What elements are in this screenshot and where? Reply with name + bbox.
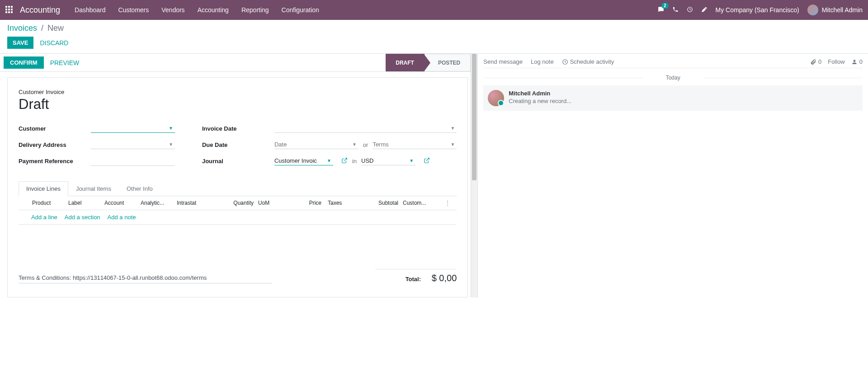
due-date-input[interactable] [274,141,350,148]
lines-header: Product Label Account Analytic... Intras… [19,196,457,210]
chevron-down-icon[interactable]: ▼ [407,158,415,163]
nav-customers[interactable]: Customers [118,6,149,14]
scrollbar-thumb[interactable] [472,54,476,180]
lines-body: Add a line Add a section Add a note [19,210,457,225]
lines-spacer [19,225,457,265]
chatter-date-separator: Today [483,75,863,81]
sheet-label: Customer Invoice [19,89,457,95]
col-label[interactable]: Label [68,200,104,206]
col-uom[interactable]: UoM [254,200,281,206]
chevron-down-icon[interactable]: ▼ [167,126,175,131]
journal-field[interactable]: Customer Invoic ▼ [274,156,333,165]
col-product[interactable]: Product [32,200,68,206]
or-text: or [363,141,368,148]
payment-terms-input[interactable] [373,141,448,148]
log-note-button[interactable]: Log note [531,58,554,65]
nav-vendors[interactable]: Vendors [161,6,184,14]
journal-value: Customer Invoic [274,157,325,164]
form-side: CONFIRM PREVIEW DRAFT POSTED Customer In… [0,54,471,297]
chevron-down-icon[interactable]: ▼ [448,126,457,131]
nav-right: 2 My Company (San Francisco) Mitchell Ad… [658,5,863,15]
in-text: in [352,158,357,165]
payment-reference-input[interactable] [91,156,175,166]
col-intrastat[interactable]: Intrastat [177,200,222,206]
optional-columns-icon[interactable]: ⋮ [443,200,452,206]
button-row: SAVE DISCARD [7,37,861,49]
phone-icon[interactable] [672,6,679,14]
chevron-down-icon[interactable]: ▼ [350,142,359,147]
currency-value: USD [361,157,407,164]
app-brand[interactable]: Accounting [20,5,60,15]
confirm-button[interactable]: CONFIRM [4,56,44,69]
discard-button[interactable]: DISCARD [40,39,68,47]
avatar-icon [488,90,504,106]
messages-badge: 2 [661,3,669,9]
tools-icon[interactable] [701,6,708,14]
currency-field[interactable]: USD ▼ [361,156,415,165]
follow-button[interactable]: Follow [828,58,845,65]
company-selector[interactable]: My Company (San Francisco) [716,6,799,14]
col-account[interactable]: Account [104,200,141,206]
preview-button[interactable]: PREVIEW [44,56,86,69]
customer-input[interactable] [91,125,167,132]
main-area: CONFIRM PREVIEW DRAFT POSTED Customer In… [0,53,868,297]
nav-reporting[interactable]: Reporting [241,6,269,14]
field-grid: Customer ▼ Delivery Address ▼ [19,122,457,171]
terms-input[interactable]: Terms & Conditions: https://13114067-15-… [19,273,272,283]
breadcrumb: Invoices / New [7,24,861,33]
schedule-activity-button[interactable]: Schedule activity [562,58,614,65]
field-col-right: Invoice Date ▼ Due Date ▼ [202,122,457,171]
chevron-down-icon[interactable]: ▼ [167,142,175,147]
followers-count[interactable]: 0 [851,58,863,65]
apps-icon[interactable] [5,6,14,14]
nav-dashboard[interactable]: Dashboard [75,6,106,14]
message-author[interactable]: Mitchell Admin [509,90,571,97]
stage-posted[interactable]: POSTED [425,54,471,71]
external-link-icon[interactable] [424,157,430,165]
messages-icon[interactable]: 2 [658,6,664,14]
send-message-button[interactable]: Send message [483,58,523,65]
add-line-link[interactable]: Add a line [31,214,57,221]
sheet-title: Draft [19,96,457,113]
user-name: Mitchell Admin [822,6,863,14]
add-section-link[interactable]: Add a section [65,214,100,221]
total-label: Total: [406,276,421,282]
statusbar: CONFIRM PREVIEW DRAFT POSTED [0,54,471,72]
nav-accounting[interactable]: Accounting [198,6,229,14]
tab-other-info[interactable]: Other Info [119,181,160,196]
clock-icon[interactable] [687,6,693,14]
attachments-count[interactable]: 0 [810,58,821,65]
label-journal: Journal [202,158,274,165]
chatter-message: Mitchell Admin Creating a new record... [483,85,863,111]
external-link-icon[interactable] [341,157,348,165]
col-customs[interactable]: Custom... [398,200,430,206]
nav-configuration[interactable]: Configuration [282,6,319,14]
col-taxes[interactable]: Taxes [321,200,358,206]
save-button[interactable]: SAVE [7,37,33,49]
col-price[interactable]: Price [281,200,321,206]
tab-invoice-lines[interactable]: Invoice Lines [19,181,68,196]
control-panel: Invoices / New SAVE DISCARD [0,20,868,49]
tab-journal-items[interactable]: Journal Items [68,181,119,196]
scrollbar[interactable] [471,54,477,297]
user-menu[interactable]: Mitchell Admin [807,5,863,15]
chevron-down-icon[interactable]: ▼ [325,158,333,163]
delivery-address-field[interactable]: ▼ [91,140,175,149]
col-subtotal[interactable]: Subtotal [358,200,398,206]
journal-group: Customer Invoic ▼ in USD ▼ [274,156,457,165]
invoice-date-field[interactable]: ▼ [274,124,457,133]
chevron-down-icon[interactable]: ▼ [448,142,457,147]
label-customer: Customer [19,125,91,132]
delivery-address-input[interactable] [91,141,167,148]
due-date-field[interactable]: ▼ [274,140,359,149]
due-date-group: ▼ or ▼ [274,140,457,149]
payment-terms-field[interactable]: ▼ [373,140,457,149]
col-quantity[interactable]: Quantity [222,200,254,206]
stage-draft[interactable]: DRAFT [386,54,425,71]
add-note-link[interactable]: Add a note [108,214,136,221]
tabs: Invoice Lines Journal Items Other Info [19,181,457,196]
breadcrumb-root[interactable]: Invoices [7,24,37,33]
col-analytic[interactable]: Analytic... [141,200,177,206]
invoice-date-input[interactable] [274,125,448,132]
customer-field[interactable]: ▼ [91,124,175,133]
